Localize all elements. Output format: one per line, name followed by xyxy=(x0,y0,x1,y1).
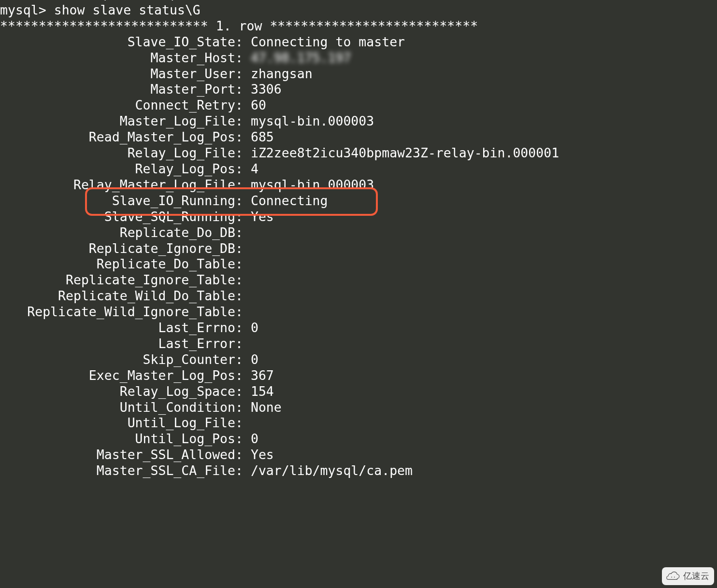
status-row: Master_User: zhangsan xyxy=(0,66,717,82)
status-key: Until_Log_Pos xyxy=(0,431,235,447)
colon-separator: : xyxy=(235,256,243,272)
colon-separator: : xyxy=(235,336,243,352)
colon-separator: : xyxy=(235,304,243,320)
colon-separator: : xyxy=(235,50,243,66)
colon-separator: : xyxy=(235,415,243,431)
status-key: Connect_Retry xyxy=(0,98,235,113)
status-row: Read_Master_Log_Pos: 685 xyxy=(0,129,717,145)
status-value: /var/lib/mysql/ca.pem xyxy=(243,463,413,479)
status-row: Until_Log_File: xyxy=(0,415,717,431)
status-row: Slave_IO_State: Connecting to master xyxy=(0,34,717,50)
status-value: zhangsan xyxy=(243,66,313,82)
status-value xyxy=(243,272,251,288)
colon-separator: : xyxy=(235,82,243,98)
status-value: None xyxy=(243,400,282,416)
status-value: 0 xyxy=(243,431,258,447)
status-value xyxy=(243,241,251,257)
colon-separator: : xyxy=(235,145,243,161)
terminal-output[interactable]: 1 row in set (0.00 sec)mysql> show slave… xyxy=(0,0,717,479)
status-row: Connect_Retry: 60 xyxy=(0,98,717,113)
command-text: show slave status\G xyxy=(54,2,201,17)
status-row: Master_Log_File: mysql-bin.000003 xyxy=(0,113,717,129)
status-key: Master_Log_File xyxy=(0,113,235,129)
status-value: mysql-bin.000003 xyxy=(243,113,374,129)
colon-separator: : xyxy=(235,288,243,304)
colon-separator: : xyxy=(235,368,243,384)
status-value: mysql-bin.000003 xyxy=(243,177,374,193)
status-key: Replicate_Do_Table xyxy=(0,256,235,272)
status-row: Master_SSL_Allowed: Yes xyxy=(0,447,717,463)
status-key: Slave_SQL_Running xyxy=(0,209,235,225)
status-row: Slave_SQL_Running: Yes xyxy=(0,209,717,225)
status-key: Slave_IO_Running xyxy=(0,193,235,209)
status-value: 0 xyxy=(243,320,258,336)
status-key: Relay_Master_Log_File xyxy=(0,177,235,193)
status-row: Exec_Master_Log_Pos: 367 xyxy=(0,368,717,384)
status-key: Relay_Log_Pos xyxy=(0,161,235,177)
status-key: Last_Errno xyxy=(0,320,235,336)
status-value: 154 xyxy=(243,384,274,400)
colon-separator: : xyxy=(235,177,243,193)
status-row: Replicate_Ignore_DB: xyxy=(0,241,717,257)
status-key: Last_Error xyxy=(0,336,235,352)
status-row: Slave_IO_Running: Connecting xyxy=(0,193,717,209)
colon-separator: : xyxy=(235,320,243,336)
colon-separator: : xyxy=(235,34,243,50)
status-key: Replicate_Ignore_DB xyxy=(0,241,235,257)
colon-separator: : xyxy=(235,447,243,463)
status-row: Until_Log_Pos: 0 xyxy=(0,431,717,447)
svg-point-1 xyxy=(674,576,675,577)
colon-separator: : xyxy=(235,225,243,241)
status-row: Master_SSL_CA_File: /var/lib/mysql/ca.pe… xyxy=(0,463,717,479)
status-key: Replicate_Ignore_Table xyxy=(0,272,235,288)
status-value: 3306 xyxy=(243,82,282,98)
status-value: 0 xyxy=(243,352,258,368)
colon-separator: : xyxy=(235,463,243,479)
status-row: Replicate_Do_Table: xyxy=(0,256,717,272)
watermark: 亿速云 xyxy=(662,567,714,585)
status-value xyxy=(243,256,251,272)
status-key: Read_Master_Log_Pos xyxy=(0,129,235,145)
status-key: Replicate_Wild_Do_Table xyxy=(0,288,235,304)
colon-separator: : xyxy=(235,272,243,288)
status-value: Connecting xyxy=(243,193,328,209)
status-value xyxy=(243,225,251,241)
status-value: 60 xyxy=(243,98,266,113)
status-key: Until_Condition xyxy=(0,400,235,416)
status-row: Skip_Counter: 0 xyxy=(0,352,717,368)
status-key: Master_SSL_CA_File xyxy=(0,463,235,479)
row-header: *************************** 1. row *****… xyxy=(0,18,717,34)
status-value: Connecting to master xyxy=(243,34,405,50)
colon-separator: : xyxy=(235,384,243,400)
colon-separator: : xyxy=(235,129,243,145)
colon-separator: : xyxy=(235,400,243,416)
svg-point-0 xyxy=(671,576,672,577)
status-row: Until_Condition: None xyxy=(0,400,717,416)
colon-separator: : xyxy=(235,161,243,177)
colon-separator: : xyxy=(235,66,243,82)
status-key: Master_User xyxy=(0,66,235,82)
status-row: Relay_Log_Pos: 4 xyxy=(0,161,717,177)
status-row: Relay_Log_File: iZ2zee8t2icu340bpmaw23Z-… xyxy=(0,145,717,161)
status-value: iZ2zee8t2icu340bpmaw23Z-relay-bin.000001 xyxy=(243,145,559,161)
status-value: 685 xyxy=(243,129,274,145)
status-value: 4 xyxy=(243,161,258,177)
colon-separator: : xyxy=(235,193,243,209)
status-value xyxy=(243,288,251,304)
cloud-icon xyxy=(665,572,681,581)
colon-separator: : xyxy=(235,352,243,368)
status-value: 47.98.175.197 xyxy=(243,50,351,66)
status-key: Slave_IO_State xyxy=(0,34,235,50)
watermark-text: 亿速云 xyxy=(683,568,709,584)
status-key: Skip_Counter xyxy=(0,352,235,368)
status-key: Relay_Log_File xyxy=(0,145,235,161)
colon-separator: : xyxy=(235,209,243,225)
status-key: Replicate_Do_DB xyxy=(0,225,235,241)
status-row: Last_Errno: 0 xyxy=(0,320,717,336)
status-key: Exec_Master_Log_Pos xyxy=(0,368,235,384)
status-key: Replicate_Wild_Ignore_Table xyxy=(0,304,235,320)
status-row: Relay_Master_Log_File: mysql-bin.000003 xyxy=(0,177,717,193)
colon-separator: : xyxy=(235,241,243,257)
status-key: Relay_Log_Space xyxy=(0,384,235,400)
status-value: 367 xyxy=(243,368,274,384)
